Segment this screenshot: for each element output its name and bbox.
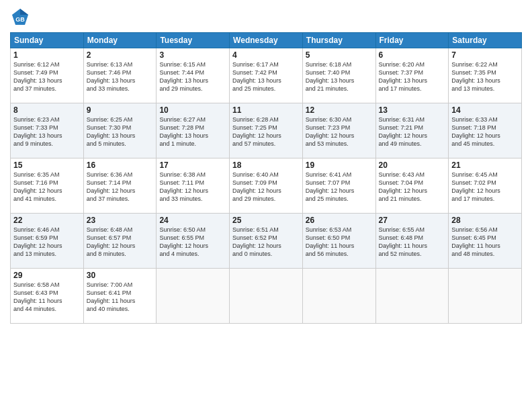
calendar-cell: 5Sunrise: 6:18 AMSunset: 7:40 PMDaylight… [302,48,375,103]
cell-info: Sunrise: 6:40 AMSunset: 7:09 PMDaylight:… [232,171,300,203]
cell-info: Sunrise: 6:46 AMSunset: 6:59 PMDaylight:… [13,226,81,259]
week-row-4: 22Sunrise: 6:46 AMSunset: 6:59 PMDayligh… [11,214,522,269]
cell-info: Sunrise: 6:20 AMSunset: 7:37 PMDaylight:… [379,60,446,93]
calendar-cell: 16Sunrise: 6:36 AMSunset: 7:14 PMDayligh… [83,158,157,214]
col-header-friday: Friday [375,33,449,48]
calendar-cell [157,269,230,324]
calendar-cell: 14Sunrise: 6:33 AMSunset: 7:18 PMDayligh… [449,103,522,158]
day-number: 26 [306,216,373,225]
calendar-cell: 27Sunrise: 6:55 AMSunset: 6:48 PMDayligh… [375,214,449,269]
day-number: 18 [232,161,300,170]
logo-icon: GB [10,7,30,27]
day-number: 13 [379,105,446,115]
cell-info: Sunrise: 6:30 AMSunset: 7:23 PMDaylight:… [306,116,373,148]
day-number: 2 [87,50,154,60]
calendar-cell [302,269,375,324]
calendar-cell: 8Sunrise: 6:23 AMSunset: 7:33 PMDaylight… [11,103,84,158]
calendar-body: 1Sunrise: 6:12 AMSunset: 7:49 PMDaylight… [11,48,522,324]
cell-info: Sunrise: 6:56 AMSunset: 6:45 PMDaylight:… [451,226,519,259]
day-number: 8 [13,105,81,115]
cell-info: Sunrise: 7:00 AMSunset: 6:41 PMDaylight:… [87,281,154,314]
day-number: 25 [232,216,300,225]
col-header-thursday: Thursday [302,33,375,48]
day-number: 21 [451,161,519,170]
calendar-cell: 17Sunrise: 6:38 AMSunset: 7:11 PMDayligh… [157,158,230,214]
cell-info: Sunrise: 6:25 AMSunset: 7:30 PMDaylight:… [87,116,154,148]
cell-info: Sunrise: 6:33 AMSunset: 7:18 PMDaylight:… [451,116,519,148]
header-row: SundayMondayTuesdayWednesdayThursdayFrid… [11,33,522,48]
calendar-cell: 29Sunrise: 6:58 AMSunset: 6:43 PMDayligh… [11,269,84,324]
calendar-cell: 1Sunrise: 6:12 AMSunset: 7:49 PMDaylight… [11,48,84,103]
col-header-tuesday: Tuesday [157,33,230,48]
day-number: 1 [13,50,81,60]
calendar-header: SundayMondayTuesdayWednesdayThursdayFrid… [11,33,522,48]
day-number: 29 [13,271,81,280]
week-row-1: 1Sunrise: 6:12 AMSunset: 7:49 PMDaylight… [11,48,522,103]
cell-info: Sunrise: 6:43 AMSunset: 7:04 PMDaylight:… [379,171,446,203]
cell-info: Sunrise: 6:17 AMSunset: 7:42 PMDaylight:… [232,60,300,93]
calendar-cell: 9Sunrise: 6:25 AMSunset: 7:30 PMDaylight… [83,103,157,158]
col-header-sunday: Sunday [11,33,84,48]
day-number: 9 [87,105,154,115]
cell-info: Sunrise: 6:55 AMSunset: 6:48 PMDaylight:… [379,226,446,259]
calendar-cell: 19Sunrise: 6:41 AMSunset: 7:07 PMDayligh… [302,158,375,214]
cell-info: Sunrise: 6:48 AMSunset: 6:57 PMDaylight:… [87,226,154,259]
calendar-page: GB SundayMondayTuesdayWednesdayThursdayF… [0,0,532,411]
calendar-cell: 15Sunrise: 6:35 AMSunset: 7:16 PMDayligh… [11,158,84,214]
day-number: 15 [13,161,81,170]
calendar-cell: 3Sunrise: 6:15 AMSunset: 7:44 PMDaylight… [157,48,230,103]
day-number: 12 [306,105,373,115]
day-number: 5 [306,50,373,60]
cell-info: Sunrise: 6:27 AMSunset: 7:28 PMDaylight:… [159,116,226,148]
calendar-cell: 30Sunrise: 7:00 AMSunset: 6:41 PMDayligh… [83,269,157,324]
day-number: 11 [232,105,300,115]
calendar-cell: 22Sunrise: 6:46 AMSunset: 6:59 PMDayligh… [11,214,84,269]
cell-info: Sunrise: 6:12 AMSunset: 7:49 PMDaylight:… [13,60,81,93]
day-number: 6 [379,50,446,60]
col-header-saturday: Saturday [449,33,522,48]
calendar-cell: 18Sunrise: 6:40 AMSunset: 7:09 PMDayligh… [230,158,303,214]
cell-info: Sunrise: 6:35 AMSunset: 7:16 PMDaylight:… [13,171,81,203]
day-number: 7 [451,50,519,60]
day-number: 30 [87,271,154,280]
day-number: 16 [87,161,154,170]
calendar-cell: 26Sunrise: 6:53 AMSunset: 6:50 PMDayligh… [302,214,375,269]
svg-marker-1 [20,9,28,15]
logo: GB [10,7,33,27]
calendar-cell: 13Sunrise: 6:31 AMSunset: 7:21 PMDayligh… [375,103,449,158]
calendar-cell: 10Sunrise: 6:27 AMSunset: 7:28 PMDayligh… [157,103,230,158]
cell-info: Sunrise: 6:15 AMSunset: 7:44 PMDaylight:… [159,60,226,93]
cell-info: Sunrise: 6:23 AMSunset: 7:33 PMDaylight:… [13,116,81,148]
cell-info: Sunrise: 6:28 AMSunset: 7:25 PMDaylight:… [232,116,300,148]
calendar-table: SundayMondayTuesdayWednesdayThursdayFrid… [10,32,522,324]
cell-info: Sunrise: 6:36 AMSunset: 7:14 PMDaylight:… [87,171,154,203]
week-row-3: 15Sunrise: 6:35 AMSunset: 7:16 PMDayligh… [11,158,522,214]
calendar-cell: 12Sunrise: 6:30 AMSunset: 7:23 PMDayligh… [302,103,375,158]
calendar-cell: 23Sunrise: 6:48 AMSunset: 6:57 PMDayligh… [83,214,157,269]
calendar-cell: 20Sunrise: 6:43 AMSunset: 7:04 PMDayligh… [375,158,449,214]
calendar-cell: 24Sunrise: 6:50 AMSunset: 6:55 PMDayligh… [157,214,230,269]
calendar-cell: 7Sunrise: 6:22 AMSunset: 7:35 PMDaylight… [449,48,522,103]
day-number: 17 [159,161,226,170]
cell-info: Sunrise: 6:41 AMSunset: 7:07 PMDaylight:… [306,171,373,203]
calendar-cell [375,269,449,324]
calendar-cell: 4Sunrise: 6:17 AMSunset: 7:42 PMDaylight… [230,48,303,103]
calendar-cell [449,269,522,324]
cell-info: Sunrise: 6:53 AMSunset: 6:50 PMDaylight:… [306,226,373,259]
calendar-cell: 6Sunrise: 6:20 AMSunset: 7:37 PMDaylight… [375,48,449,103]
day-number: 20 [379,161,446,170]
svg-text:GB: GB [15,16,25,23]
day-number: 14 [451,105,519,115]
week-row-5: 29Sunrise: 6:58 AMSunset: 6:43 PMDayligh… [11,269,522,324]
day-number: 22 [13,216,81,225]
cell-info: Sunrise: 6:22 AMSunset: 7:35 PMDaylight:… [451,60,519,93]
page-header: GB [10,7,522,27]
cell-info: Sunrise: 6:18 AMSunset: 7:40 PMDaylight:… [306,60,373,93]
cell-info: Sunrise: 6:13 AMSunset: 7:46 PMDaylight:… [87,60,154,93]
day-number: 24 [159,216,226,225]
day-number: 19 [306,161,373,170]
week-row-2: 8Sunrise: 6:23 AMSunset: 7:33 PMDaylight… [11,103,522,158]
calendar-cell [230,269,303,324]
cell-info: Sunrise: 6:45 AMSunset: 7:02 PMDaylight:… [451,171,519,203]
day-number: 3 [159,50,226,60]
